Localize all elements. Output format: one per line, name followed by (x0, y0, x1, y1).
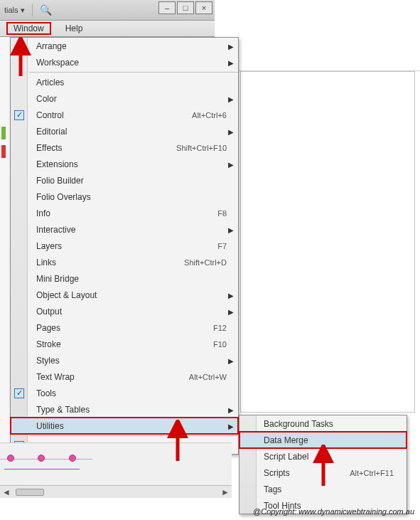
menu-item[interactable]: Utilities▶ (11, 418, 238, 434)
menu-check-column: ✓ (11, 388, 28, 398)
submenu-item-label: Background Tasks (257, 419, 394, 429)
menu-item[interactable]: Mini Bridge (11, 270, 238, 287)
menu-item[interactable]: Output▶ (11, 303, 238, 319)
menu-item-label: Links (28, 258, 184, 267)
submenu-caret-icon: ▶ (228, 128, 234, 136)
background-ribbon: AaBbCcDcT No Spac...AaBbCcHeading 1AaBbC… (215, 0, 420, 71)
anchor-point-icon (7, 455, 14, 462)
menu-item-label: Stroke (28, 339, 213, 349)
menu-item-label: Arrange (28, 41, 227, 51)
menu-item-label: Text Wrap (28, 372, 189, 382)
menu-item-shortcut: F12 (213, 324, 227, 332)
menu-item-label: Utilities (28, 421, 227, 431)
utilities-submenu: Background TasksData MergeScript LabelSc… (239, 415, 407, 514)
submenu-caret-icon: ▶ (228, 292, 234, 299)
menu-item-label: Mini Bridge (28, 274, 227, 284)
menu-item[interactable]: LinksShift+Ctrl+D (11, 254, 238, 270)
minimize-button[interactable]: – (158, 1, 176, 14)
menu-item[interactable]: ✓ControlAlt+Ctrl+6 (11, 107, 238, 123)
menu-item-label: Type & Tables (28, 405, 227, 415)
submenu-caret-icon: ▶ (228, 59, 234, 67)
menu-item-label: Workspace (28, 58, 227, 68)
check-icon: ✓ (14, 388, 24, 398)
menu-item[interactable]: ✓Tools (11, 385, 238, 401)
menu-item-label: Extensions (28, 159, 227, 169)
scroll-thumb[interactable] (16, 489, 44, 496)
menu-item-label: Layers (28, 241, 217, 251)
menu-item-label: Color (28, 94, 227, 104)
guide-line (4, 469, 80, 469)
document-fragment: ◄ ► (0, 442, 232, 498)
menu-item[interactable]: Articles (11, 74, 238, 90)
menu-item-shortcut: Shift+Ctrl+D (184, 258, 227, 267)
close-button[interactable]: × (195, 1, 212, 14)
submenu-caret-icon: ▶ (228, 43, 234, 51)
menu-item-shortcut: F10 (213, 340, 227, 349)
menu-item-label: Info (28, 208, 217, 218)
menu-item-label: Editorial (28, 127, 227, 137)
submenu-item[interactable]: Tags (239, 481, 406, 497)
menu-item[interactable]: Interactive▶ (11, 221, 238, 238)
menu-help[interactable]: Help (58, 22, 90, 35)
menu-item[interactable]: Object & Layout▶ (11, 287, 238, 303)
submenu-caret-icon: ▶ (228, 226, 234, 234)
search-icon[interactable]: 🔍 (40, 4, 52, 16)
menu-item[interactable]: LayersF7 (11, 238, 238, 254)
menu-item[interactable]: Text WrapAlt+Ctrl+W (11, 368, 238, 385)
submenu-item[interactable]: Background Tasks (239, 415, 406, 432)
menu-item[interactable]: Extensions▶ (11, 156, 238, 172)
menu-item[interactable]: InfoF8 (11, 205, 238, 221)
menu-item[interactable]: Folio Builder (11, 172, 238, 189)
submenu-item[interactable]: ScriptsAlt+Ctrl+F11 (239, 465, 406, 481)
submenu-caret-icon: ▶ (228, 161, 234, 169)
document-canvas (240, 71, 415, 413)
menu-separator (29, 72, 238, 73)
menu-item[interactable]: EffectsShift+Ctrl+F10 (11, 139, 238, 156)
menu-item-shortcut: Alt+Ctrl+6 (192, 111, 227, 120)
scroll-right-icon[interactable]: ► (219, 487, 232, 497)
menu-item-label: Folio Builder (28, 176, 227, 186)
submenu-caret-icon: ▶ (228, 406, 234, 414)
submenu-caret-icon: ▶ (228, 95, 234, 103)
submenu-item-shortcut: Alt+Ctrl+F11 (350, 469, 394, 477)
menu-item[interactable]: Folio Overlays (11, 189, 238, 205)
menu-check-column: ✓ (11, 110, 28, 120)
menu-item-shortcut: F7 (217, 242, 227, 250)
menu-item[interactable]: Workspace▶ (11, 54, 238, 70)
menu-item[interactable]: Type & Tables▶ (11, 401, 238, 418)
app-title-bar: tials ▾ 🔍 – □ × (0, 0, 215, 21)
menu-item[interactable]: Arrange▶ (11, 38, 238, 54)
anchor-point-icon (69, 455, 76, 462)
submenu-caret-icon: ▶ (228, 423, 234, 430)
menu-item-shortcut: Shift+Ctrl+F10 (176, 144, 227, 152)
menu-item[interactable]: Editorial▶ (11, 123, 238, 139)
menu-item-label: Control (28, 110, 192, 120)
menu-item[interactable]: StrokeF10 (11, 336, 238, 352)
submenu-item-label: Tags (257, 484, 394, 494)
menu-item-label: Styles (28, 356, 227, 366)
menu-item[interactable]: PagesF12 (11, 319, 238, 336)
check-icon: ✓ (14, 110, 24, 120)
menu-window[interactable]: Window (6, 22, 51, 35)
menu-item[interactable]: Styles▶ (11, 352, 238, 368)
anchor-point-icon (38, 455, 45, 462)
menu-item-label: Articles (28, 78, 227, 87)
submenu-item-label: Script Label (257, 452, 394, 462)
swatch-red (1, 145, 6, 158)
menu-item-label: Interactive (28, 225, 227, 235)
menu-item[interactable]: Color▶ (11, 90, 238, 107)
scroll-left-icon[interactable]: ◄ (0, 487, 13, 497)
submenu-item[interactable]: Script Label (239, 448, 406, 465)
menu-item-label: Object & Layout (28, 290, 227, 300)
submenu-item[interactable]: Data Merge (239, 432, 406, 448)
workspace-dropdown[interactable]: tials ▾ (4, 6, 25, 15)
submenu-caret-icon: ▶ (228, 308, 234, 316)
menu-item-shortcut: F8 (217, 209, 227, 218)
horizontal-scrollbar[interactable]: ◄ ► (0, 485, 232, 498)
title-bar-divider (32, 4, 33, 16)
submenu-caret-icon: ▶ (228, 357, 234, 365)
maximize-button[interactable]: □ (177, 1, 194, 14)
menu-item-label: Folio Overlays (28, 192, 227, 202)
window-menu-dropdown: Arrange▶Workspace▶ArticlesColor▶✓Control… (10, 37, 239, 455)
menu-item-label: Effects (28, 143, 176, 153)
